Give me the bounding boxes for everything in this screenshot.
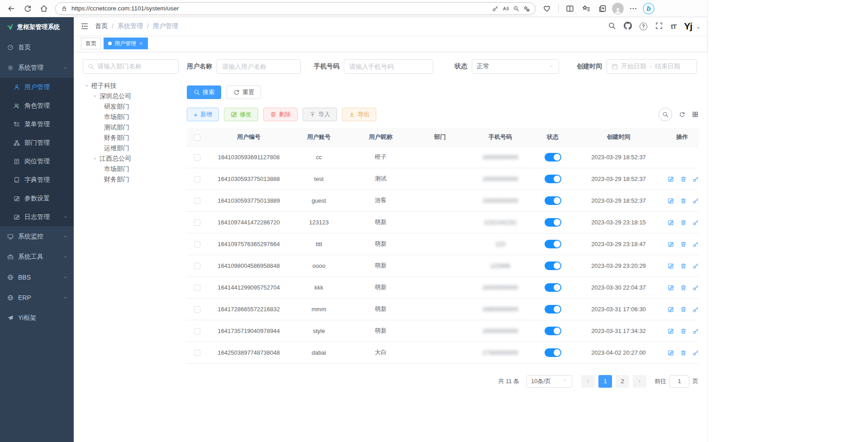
password-key-icon[interactable] [492, 5, 498, 12]
breadcrumb-home[interactable]: 首页 [95, 22, 108, 30]
sidebar-item[interactable]: 菜单管理 [0, 115, 74, 133]
row-reset-password-icon[interactable] [693, 198, 699, 204]
prev-page-button[interactable] [581, 375, 595, 388]
row-delete-icon[interactable] [680, 350, 687, 356]
status-toggle[interactable] [545, 240, 561, 248]
sidebar-item[interactable]: 参数设置 [0, 189, 74, 208]
row-delete-icon[interactable] [680, 198, 687, 204]
header-search-icon[interactable] [608, 22, 616, 31]
caret-down-icon[interactable] [85, 84, 89, 88]
row-edit-icon[interactable] [668, 219, 674, 226]
avatar-caret-icon[interactable] [696, 24, 701, 32]
sidebar-item[interactable]: Yi框架 [0, 308, 74, 328]
export-button[interactable]: 导出 [342, 108, 376, 121]
status-toggle[interactable] [545, 327, 561, 335]
tree-node[interactable]: 江西总公司 [83, 153, 179, 164]
browser-essentials-icon[interactable] [540, 2, 554, 15]
sidebar-item[interactable]: 日志管理 [0, 208, 74, 226]
row-edit-icon[interactable] [668, 176, 674, 182]
browser-menu-icon[interactable] [626, 2, 640, 15]
tree-node[interactable]: 研发部门 [83, 101, 179, 112]
page-button-1[interactable]: 1 [598, 375, 612, 388]
row-reset-password-icon[interactable] [693, 263, 699, 269]
status-select[interactable]: 正常 [472, 59, 559, 74]
sidebar-item[interactable]: ERP [0, 287, 74, 308]
row-checkbox[interactable] [194, 154, 200, 161]
row-delete-icon[interactable] [680, 263, 687, 269]
row-edit-icon[interactable] [668, 198, 674, 204]
tree-node[interactable]: 运维部门 [83, 143, 179, 153]
status-toggle[interactable] [545, 196, 561, 205]
copilot-icon[interactable]: b [643, 3, 655, 14]
menu-fold-icon[interactable] [81, 22, 89, 30]
add-favorite-icon[interactable] [523, 5, 530, 12]
row-reset-password-icon[interactable] [693, 241, 699, 247]
tree-node[interactable]: 橙子科技 [83, 81, 179, 91]
sidebar-item[interactable]: 岗位管理 [0, 152, 74, 171]
tree-node[interactable]: 市场部门 [83, 164, 179, 174]
tab-user-management[interactable]: 用户管理 [104, 38, 148, 49]
status-toggle[interactable] [545, 175, 561, 183]
phone-input[interactable] [344, 59, 433, 74]
row-edit-icon[interactable] [668, 350, 674, 356]
row-reset-password-icon[interactable] [693, 306, 699, 313]
status-toggle[interactable] [545, 305, 561, 314]
row-edit-icon[interactable] [668, 328, 674, 334]
username-input[interactable] [217, 59, 301, 74]
row-delete-icon[interactable] [680, 219, 687, 226]
row-reset-password-icon[interactable] [693, 350, 699, 356]
collections-icon[interactable] [596, 2, 609, 15]
row-edit-icon[interactable] [668, 306, 674, 313]
sidebar-item[interactable]: 首页 [0, 37, 74, 57]
font-size-icon[interactable]: tT [671, 23, 676, 30]
back-icon[interactable] [5, 2, 18, 15]
row-checkbox[interactable] [194, 241, 200, 247]
status-toggle[interactable] [545, 283, 561, 292]
row-delete-icon[interactable] [680, 176, 687, 182]
user-avatar-logo[interactable]: Yj [684, 21, 692, 32]
row-checkbox[interactable] [194, 328, 200, 334]
column-settings-icon[interactable] [692, 111, 698, 118]
home-icon[interactable] [37, 2, 51, 15]
zoom-out-icon[interactable] [513, 5, 519, 12]
toggle-search-icon[interactable] [659, 108, 672, 121]
sidebar-item[interactable]: 系统工具 [0, 247, 74, 267]
next-page-button[interactable] [633, 375, 646, 388]
goto-page-input[interactable] [669, 375, 689, 388]
dept-search-input[interactable]: 请输入部门名称 [83, 59, 179, 74]
sidebar-item[interactable]: 字典管理 [0, 171, 74, 189]
favorites-icon[interactable] [579, 2, 593, 15]
status-toggle[interactable] [545, 153, 561, 162]
fullscreen-icon[interactable] [655, 22, 663, 31]
tree-node[interactable]: 财务部门 [83, 133, 179, 143]
delete-button[interactable]: 删除 [263, 108, 298, 121]
row-checkbox[interactable] [194, 198, 200, 204]
row-delete-icon[interactable] [680, 306, 687, 313]
tree-node[interactable]: 深圳总公司 [83, 91, 179, 101]
profile-avatar[interactable] [612, 3, 624, 14]
caret-down-icon[interactable] [93, 94, 97, 99]
reload-icon[interactable] [21, 2, 34, 15]
row-delete-icon[interactable] [680, 328, 687, 334]
row-edit-icon[interactable] [668, 241, 674, 247]
status-toggle[interactable] [545, 261, 561, 270]
row-reset-password-icon[interactable] [693, 285, 699, 291]
row-checkbox[interactable] [194, 285, 200, 291]
sidebar-item[interactable]: 部门管理 [0, 133, 74, 152]
status-toggle[interactable] [545, 218, 561, 227]
row-checkbox[interactable] [194, 263, 200, 269]
row-checkbox[interactable] [194, 219, 200, 226]
sidebar-item[interactable]: 系统监控 [0, 226, 74, 247]
row-checkbox[interactable] [194, 176, 200, 182]
github-icon[interactable] [624, 22, 632, 31]
page-button-2[interactable]: 2 [616, 375, 629, 388]
search-button[interactable]: 搜索 [187, 86, 221, 99]
tree-node[interactable]: 市场部门 [83, 112, 179, 122]
row-reset-password-icon[interactable] [693, 176, 699, 182]
date-range-picker[interactable]: 开始日期 - 结束日期 [607, 59, 697, 74]
row-checkbox[interactable] [194, 306, 200, 313]
row-reset-password-icon[interactable] [693, 328, 699, 334]
url-text[interactable]: https://ccnetcore.com:1101/system/user [71, 5, 488, 12]
page-size-select[interactable]: 10条/页 [526, 375, 572, 388]
import-button[interactable]: 导入 [303, 108, 337, 121]
